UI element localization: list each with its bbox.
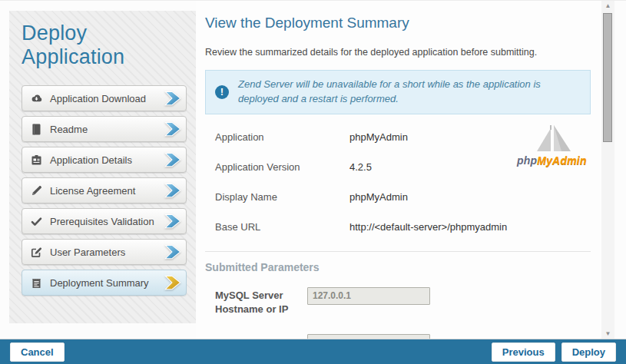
deploy-button[interactable]: Deploy	[561, 342, 616, 362]
chevron-right-icon	[163, 211, 183, 231]
sidebar-item-label: Application Download	[50, 93, 163, 104]
chevron-right-icon	[163, 150, 183, 170]
detail-label: Base URL	[215, 221, 349, 233]
detail-value: 4.2.5	[349, 161, 372, 173]
detail-label: Application Version	[215, 161, 349, 173]
check-icon	[30, 215, 43, 228]
sidebar-item-readme[interactable]: Readme	[22, 116, 187, 142]
sidebar-item-label: Prerequisites Validation	[50, 216, 163, 227]
sidebar-item-label: License Agreement	[50, 185, 163, 197]
sidebar-item-label: Deployment Summary	[50, 277, 163, 289]
detail-value: phpMyAdmin	[349, 191, 408, 203]
submitted-parameters-heading: Submitted Parameters	[205, 261, 591, 273]
sidebar-item-license-agreement[interactable]: License Agreement	[22, 177, 187, 204]
cloud-download-icon	[30, 92, 43, 105]
chevron-right-icon	[163, 242, 183, 262]
sidebar: Deploy Application Application Download …	[9, 11, 196, 323]
sidebar-item-label: Readme	[50, 124, 163, 135]
notice-box: ! Zend Server will be unavailable for a …	[205, 70, 591, 114]
sidebar-item-user-parameters[interactable]: User Parameters	[22, 239, 187, 265]
book-icon	[30, 123, 43, 136]
scroll-up-icon[interactable]: ▲	[601, 1, 614, 12]
notepad-icon	[30, 276, 43, 290]
sidebar-item-label: Application Details	[50, 154, 163, 166]
mysql-hostname-field	[307, 287, 430, 305]
summary-details: phpMyAdmin Application phpMyAdmin Applic…	[215, 131, 591, 233]
detail-label: Display Name	[215, 191, 349, 203]
sidebar-item-deployment-summary[interactable]: Deployment Summary	[22, 270, 187, 296]
pen-icon	[30, 184, 43, 197]
scrollbar[interactable]: ▲ ▼	[601, 1, 614, 339]
section-divider	[205, 251, 591, 252]
notice-text: Zend Server will be unavailable for a sh…	[238, 78, 581, 107]
scrollbar-thumb[interactable]	[603, 13, 612, 142]
main-description: Review the summarized details for the de…	[205, 47, 591, 58]
detail-row-base-url: Base URL http://<default-server>/phpmyad…	[215, 221, 591, 233]
phpmyadmin-wordmark: phpMyAdmin	[517, 154, 586, 167]
chevron-right-icon	[163, 119, 183, 139]
previous-button[interactable]: Previous	[492, 342, 555, 362]
detail-row-display-name: Display Name phpMyAdmin	[215, 191, 591, 203]
edit-icon	[30, 246, 43, 259]
sidebar-item-application-download[interactable]: Application Download	[22, 85, 187, 111]
main-heading: View the Deployment Summary	[205, 15, 591, 31]
param-row-mysql-hostname: MySQL Server Hostname or IP	[215, 287, 591, 316]
phpmyadmin-logo: phpMyAdmin	[517, 125, 586, 167]
info-icon: !	[215, 85, 229, 99]
clipboard-icon	[30, 154, 43, 167]
detail-value: http://<default-server>/phpmyadmin	[349, 221, 507, 233]
chevron-right-icon	[163, 180, 183, 200]
sidebar-item-label: User Parameters	[50, 247, 163, 258]
scroll-down-icon[interactable]: ▼	[601, 329, 614, 339]
detail-value: phpMyAdmin	[349, 131, 408, 143]
detail-label: Application	[215, 131, 349, 143]
chevron-right-icon	[163, 273, 183, 293]
footer-bar: Cancel Previous Deploy	[0, 339, 626, 364]
sidebar-item-prerequisites-validation[interactable]: Prerequisites Validation	[22, 208, 187, 234]
param-label: MySQL Server Hostname or IP	[215, 287, 307, 316]
deploy-application-window: Deploy Application Application Download …	[0, 0, 626, 364]
chevron-right-icon	[163, 88, 183, 108]
page-title: Deploy Application	[22, 22, 152, 68]
cancel-button[interactable]: Cancel	[10, 342, 65, 362]
main-panel: View the Deployment Summary Review the s…	[196, 1, 601, 339]
sidebar-item-application-details[interactable]: Application Details	[22, 147, 187, 173]
